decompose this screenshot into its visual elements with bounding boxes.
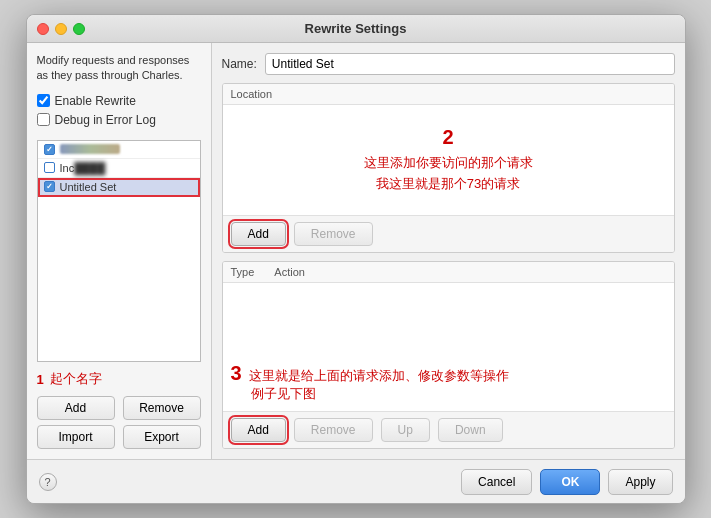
maximize-button[interactable] [73,23,85,35]
list-item-checkbox [44,144,55,155]
location-annotation: 2 这里添加你要访问的那个请求 我这里就是那个73的请求 [364,126,533,195]
left-panel-buttons: Add Remove Import Export [37,396,201,449]
annotation-text-1: 起个名字 [50,370,102,388]
annotation-number-1: 1 [37,372,44,387]
rules-annotation-line2: 例子见下图 [231,385,666,403]
traffic-lights [37,23,85,35]
name-label: Name: [222,57,257,71]
location-content: 2 这里添加你要访问的那个请求 我这里就是那个73的请求 [223,105,674,215]
add-remove-row: Add Remove [37,396,201,420]
location-annotation-text: 这里添加你要访问的那个请求 我这里就是那个73的请求 [364,153,533,195]
location-annotation-number: 2 [442,126,453,149]
list-item-checkbox [44,162,55,173]
list-item-text: Untitled Set [60,181,194,193]
location-remove-button[interactable]: Remove [294,222,373,246]
cancel-button[interactable]: Cancel [461,469,532,495]
help-button[interactable]: ? [39,473,57,491]
col-type-header: Type [231,266,255,278]
col-action-header: Action [274,266,305,278]
rules-remove-button[interactable]: Remove [294,418,373,442]
rules-footer: Add Remove Up Down [223,411,674,448]
left-add-button[interactable]: Add [37,396,115,420]
rules-content: 3 这里就是给上面的请求添加、修改参数等操作 例子见下图 [223,283,674,411]
left-panel: Modify requests and responses as they pa… [27,43,212,459]
minimize-button[interactable] [55,23,67,35]
enable-rewrite-checkbox[interactable] [37,94,50,107]
rules-annotation: 3 这里就是给上面的请求添加、修改参数等操作 例子见下图 [223,362,674,403]
rules-col-headers: Type Action [223,262,674,283]
debug-log-row: Debug in Error Log [37,113,201,127]
rules-up-button[interactable]: Up [381,418,430,442]
location-add-button[interactable]: Add [231,222,286,246]
rules-annotation-text: 这里就是给上面的请求添加、修改参数等操作 [249,368,509,383]
list-item[interactable]: Inc████ [38,159,200,178]
rules-down-button[interactable]: Down [438,418,503,442]
list-item[interactable] [38,141,200,159]
list-item-checkbox [44,181,55,192]
left-export-button[interactable]: Export [123,425,201,449]
titlebar: Rewrite Settings [27,15,685,43]
enable-rewrite-label: Enable Rewrite [55,94,136,108]
name-input[interactable] [265,53,675,75]
left-remove-button[interactable]: Remove [123,396,201,420]
rules-section: Type Action 3 这里就是给上面的请求添加、修改参数等操作 例子见下图… [222,261,675,449]
footer-bar: ? Cancel OK Apply [27,459,685,503]
debug-log-checkbox[interactable] [37,113,50,126]
list-item-blur-text [60,144,120,154]
annotation-1: 1 起个名字 [37,366,201,388]
enable-rewrite-row: Enable Rewrite [37,94,201,108]
list-item-selected[interactable]: Untitled Set [38,178,200,197]
name-row: Name: [222,53,675,75]
location-header: Location [223,84,674,105]
right-panel: Name: Location 2 这里添加你要访问的那个请求 我这里就是那个73… [212,43,685,459]
apply-button[interactable]: Apply [608,469,672,495]
debug-log-label: Debug in Error Log [55,113,156,127]
ok-button[interactable]: OK [540,469,600,495]
close-button[interactable] [37,23,49,35]
window-title: Rewrite Settings [305,21,407,36]
rules-add-button[interactable]: Add [231,418,286,442]
import-export-row: Import Export [37,425,201,449]
left-import-button[interactable]: Import [37,425,115,449]
location-footer: Add Remove [223,215,674,252]
window-body: Modify requests and responses as they pa… [27,43,685,459]
footer-actions: Cancel OK Apply [461,469,672,495]
rewrite-settings-window: Rewrite Settings Modify requests and res… [26,14,686,504]
location-section: Location 2 这里添加你要访问的那个请求 我这里就是那个73的请求 Ad… [222,83,675,253]
rewrite-sets-list[interactable]: Inc████ Untitled Set [37,140,201,362]
description-text: Modify requests and responses as they pa… [37,53,201,84]
list-item-text: Inc████ [60,162,194,174]
